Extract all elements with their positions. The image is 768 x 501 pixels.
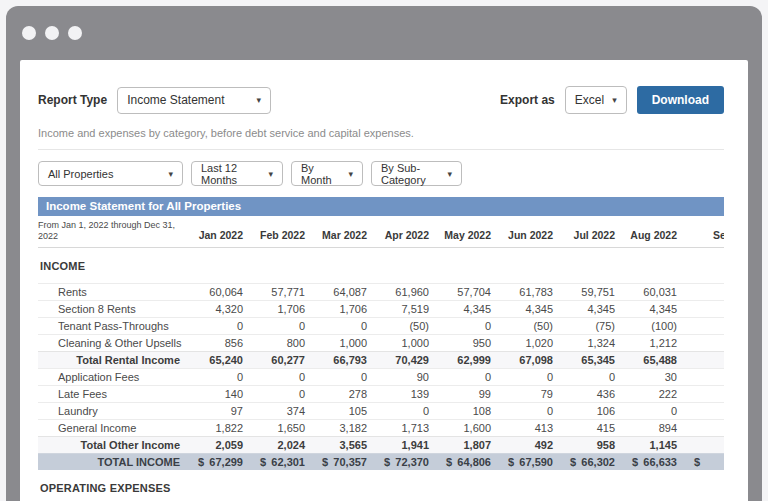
cell-value: 436 bbox=[558, 385, 620, 402]
currency-symbol: $ bbox=[620, 456, 638, 468]
table-row: Total Other Income2,0592,0243,5651,9411,… bbox=[38, 436, 724, 453]
table-row: General Income1,8221,6503,1821,7131,6004… bbox=[38, 419, 724, 436]
browser-window: Report Type Income Statement ▾ Export as… bbox=[6, 6, 762, 501]
cell-value: 1,212 bbox=[620, 334, 682, 351]
cell-value: 222 bbox=[620, 385, 682, 402]
column-header: Mar 2022 bbox=[310, 216, 372, 247]
row-label: General Income bbox=[38, 419, 186, 436]
column-header: May 2022 bbox=[434, 216, 496, 247]
table-body: INCOMERents60,06457,77164,08761,96057,70… bbox=[38, 247, 724, 501]
cell-value: 4,320 bbox=[186, 300, 248, 317]
chevron-down-icon: ▾ bbox=[168, 169, 173, 179]
chevron-down-icon: ▾ bbox=[257, 95, 262, 105]
filter-select-by-sub-category[interactable]: By Sub-Category▾ bbox=[371, 161, 462, 186]
cell-value: 0 bbox=[496, 368, 558, 385]
cell-value: 4,345 bbox=[558, 300, 620, 317]
cell-value: 1,822 bbox=[186, 419, 248, 436]
cell-value bbox=[682, 436, 724, 453]
cell-value: $67,590 bbox=[496, 453, 558, 470]
report-type-select[interactable]: Income Statement ▾ bbox=[117, 87, 271, 114]
cell-value: 3,565 bbox=[310, 436, 372, 453]
report-type-group: Report Type Income Statement ▾ bbox=[38, 87, 271, 114]
cell-value: 62,999 bbox=[434, 351, 496, 368]
cell-value: 0 bbox=[186, 368, 248, 385]
cell-value: 61,783 bbox=[496, 283, 558, 300]
cell-value: 3,182 bbox=[310, 419, 372, 436]
cell-value bbox=[682, 300, 724, 317]
cell-value: 30 bbox=[620, 368, 682, 385]
export-group: Export as Excel ▾ Download bbox=[500, 86, 724, 114]
chevron-down-icon: ▾ bbox=[612, 95, 617, 105]
cell-value: 0 bbox=[434, 368, 496, 385]
cell-value: 1,000 bbox=[372, 334, 434, 351]
filter-select-last-12-months[interactable]: Last 12 Months▾ bbox=[191, 161, 283, 186]
cell-value: 0 bbox=[558, 368, 620, 385]
cell-value: $64,806 bbox=[434, 453, 496, 470]
export-format-select[interactable]: Excel ▾ bbox=[565, 86, 627, 114]
cell-value: $62,301 bbox=[248, 453, 310, 470]
row-label: Total Rental Income bbox=[38, 351, 186, 368]
row-label: Cleaning & Other Upsells bbox=[38, 334, 186, 351]
cell-value: 492 bbox=[496, 436, 558, 453]
window-titlebar bbox=[6, 6, 762, 60]
filter-value: By Sub-Category bbox=[381, 162, 439, 186]
cell-value: 4,345 bbox=[496, 300, 558, 317]
cell-value: $67,299 bbox=[186, 453, 248, 470]
cell-value: 413 bbox=[496, 419, 558, 436]
row-label: INCOME bbox=[38, 247, 724, 283]
cell-value: 108 bbox=[434, 402, 496, 419]
row-label: Laundry bbox=[38, 402, 186, 419]
row-label: Rents bbox=[38, 283, 186, 300]
cell-value: (100) bbox=[620, 317, 682, 334]
cell-value: 59,751 bbox=[558, 283, 620, 300]
column-header: Jul 2022 bbox=[558, 216, 620, 247]
report-title-bar: Income Statement for All Properties bbox=[38, 197, 724, 216]
cell-value: 140 bbox=[186, 385, 248, 402]
table-row: TOTAL INCOME$67,299$62,301$70,357$72,370… bbox=[38, 453, 724, 470]
cell-value: 1,706 bbox=[310, 300, 372, 317]
divider bbox=[38, 149, 724, 150]
report-type-value: Income Statement bbox=[127, 93, 224, 107]
column-header: Feb 2022 bbox=[248, 216, 310, 247]
currency-symbol: $ bbox=[682, 456, 700, 468]
column-header: Sep 2022 bbox=[682, 216, 724, 247]
cell-value: 57,704 bbox=[434, 283, 496, 300]
currency-symbol: $ bbox=[558, 456, 576, 468]
cell-value: 1,145 bbox=[620, 436, 682, 453]
table-row: Laundry97374105010801060 bbox=[38, 402, 724, 419]
cell-value bbox=[682, 402, 724, 419]
currency-symbol: $ bbox=[496, 456, 514, 468]
row-label: Total Other Income bbox=[38, 436, 186, 453]
download-button[interactable]: Download bbox=[637, 86, 724, 114]
report-description: Income and expenses by category, before … bbox=[38, 127, 724, 139]
cell-value: 60,064 bbox=[186, 283, 248, 300]
cell-value: 0 bbox=[310, 368, 372, 385]
row-label: OPERATING EXPENSES bbox=[38, 470, 724, 501]
cell-value: 1,706 bbox=[248, 300, 310, 317]
cell-value: 60,277 bbox=[248, 351, 310, 368]
report-table-container: From Jan 1, 2022 through Dec 31, 2022 Ja… bbox=[38, 216, 724, 501]
row-label: Application Fees bbox=[38, 368, 186, 385]
filter-select-by-month[interactable]: By Month▾ bbox=[291, 161, 363, 186]
cell-value: $66,633 bbox=[620, 453, 682, 470]
currency-symbol: $ bbox=[310, 456, 328, 468]
cell-value: 0 bbox=[248, 368, 310, 385]
date-range: From Jan 1, 2022 through Dec 31, 2022 bbox=[38, 216, 186, 247]
cell-value: 67,098 bbox=[496, 351, 558, 368]
cell-value: 7,519 bbox=[372, 300, 434, 317]
cell-value: 4,345 bbox=[620, 300, 682, 317]
cell-value: 0 bbox=[248, 385, 310, 402]
cell-value: 894 bbox=[620, 419, 682, 436]
cell-value: 1,807 bbox=[434, 436, 496, 453]
cell-value: 1,713 bbox=[372, 419, 434, 436]
section-header-row: INCOME bbox=[38, 247, 724, 283]
chevron-down-icon: ▾ bbox=[348, 169, 353, 179]
table-header-row: From Jan 1, 2022 through Dec 31, 2022 Ja… bbox=[38, 216, 724, 247]
cell-value: 70,429 bbox=[372, 351, 434, 368]
filter-value: Last 12 Months bbox=[201, 162, 260, 186]
filter-select-all-properties[interactable]: All Properties▾ bbox=[38, 161, 183, 186]
cell-value: $ bbox=[682, 453, 724, 470]
currency-symbol: $ bbox=[186, 456, 204, 468]
cell-value: 65,488 bbox=[620, 351, 682, 368]
cell-value bbox=[682, 385, 724, 402]
